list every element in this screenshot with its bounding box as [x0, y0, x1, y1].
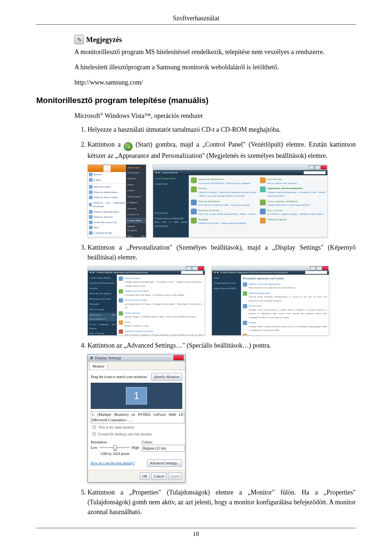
link[interactable]: Mouse Pointers: [249, 334, 327, 336]
start-item[interactable]: Welcome Center: [94, 185, 111, 189]
maximize-button[interactable]: [192, 266, 198, 270]
cp-category[interactable]: Clock, Language, and Region: [267, 200, 310, 204]
start-right-item[interactable]: Help and Support: [126, 233, 146, 238]
start-control-panel[interactable]: Control Panel: [126, 218, 146, 224]
link[interactable]: Window Color and Appearance: [249, 282, 296, 286]
sub-text[interactable]: Add gadgets to Sidebar · Choose whether …: [124, 333, 203, 336]
sub-text[interactable]: Customize the Start menu · Customize ico…: [124, 293, 184, 297]
start-right-item[interactable]: Recent Items: [126, 194, 146, 200]
cp-category[interactable]: Network and Internet: [198, 200, 249, 204]
close-button[interactable]: [321, 165, 327, 169]
start-item[interactable]: Command Prompt: [94, 231, 113, 235]
nav-link-active[interactable]: Appearance and Personalization: [89, 313, 115, 320]
cp-sublinks[interactable]: Add or remove user accounts: [267, 181, 297, 185]
start-right-item[interactable]: Pictures: [126, 176, 146, 182]
colors-select[interactable]: Highest (32 bit): [142, 445, 184, 452]
display-device-select[interactable]: 1. (Multiple Monitors) on NVIDIA GeForce…: [91, 411, 184, 423]
nav-link[interactable]: Hardware and Sound: [89, 297, 115, 301]
cp-category[interactable]: System and Maintenance: [198, 177, 250, 181]
nav-link[interactable]: Clock, Language, and Region: [89, 323, 115, 330]
start-item[interactable]: Windows Meeting Space: [94, 210, 119, 214]
cp-sublinks[interactable]: Uninstall a program · Change startup pro…: [198, 221, 246, 225]
monitor-arrangement[interactable]: 1: [91, 383, 182, 409]
start-right-item[interactable]: Games: [126, 188, 146, 194]
close-button[interactable]: [173, 355, 184, 360]
sub-text[interactable]: Change desktop background · Customize co…: [124, 280, 203, 288]
start-item[interactable]: Adobe Photoshop CS3: [94, 221, 117, 225]
advanced-settings-button[interactable]: Advanced Settings...: [147, 459, 182, 467]
link[interactable]: Windows Sidebar Properties: [124, 329, 203, 333]
nav-link[interactable]: Security: [89, 287, 115, 291]
link[interactable]: Fonts: [124, 320, 148, 324]
nav-link[interactable]: System and Maintenance: [89, 281, 115, 285]
minimize-button[interactable]: [186, 266, 192, 270]
cp-category[interactable]: User Accounts: [267, 177, 297, 181]
link[interactable]: Ease of Access Center: [124, 298, 203, 302]
sub-text[interactable]: Specify single- or double-click to open …: [124, 315, 196, 319]
cp-home-link[interactable]: Control Panel Home: [155, 177, 187, 181]
cancel-button[interactable]: Cancel: [151, 472, 167, 480]
cp-category[interactable]: Security: [198, 186, 256, 190]
help-link[interactable]: How do I get the best display?: [91, 460, 135, 466]
cp-home-link[interactable]: Control Panel Home: [89, 276, 115, 280]
cp-category[interactable]: Additional Options: [267, 218, 287, 222]
start-item[interactable]: Windows Live Messenger Download: [93, 201, 125, 209]
start-item[interactable]: Windows Media Player: [94, 190, 118, 194]
start-item[interactable]: Internet: [94, 173, 102, 177]
nav-link[interactable]: User Accounts: [89, 308, 115, 312]
link[interactable]: Sounds: [249, 321, 327, 325]
minimize-button[interactable]: [309, 165, 314, 169]
start-item[interactable]: Run...: [94, 226, 100, 230]
link[interactable]: Screen Saver: [249, 304, 327, 308]
monitor-1-icon[interactable]: 1: [126, 387, 147, 405]
sub-text[interactable]: Install or remove a font: [124, 324, 148, 328]
cp-sublinks[interactable]: Change desktop background · Customize co…: [267, 190, 325, 198]
tab-monitor[interactable]: Monitor: [89, 362, 108, 370]
cp-category-appearance[interactable]: Appearance and Personalization: [267, 186, 325, 190]
start-item[interactable]: Windows Explorer: [94, 215, 113, 219]
task-link[interactable]: Adjust font size (DPI): [213, 287, 240, 291]
cp-sublinks[interactable]: Play CDs or other media automatically · …: [198, 212, 256, 216]
nav-link[interactable]: Network and Internet: [89, 292, 115, 296]
classic-view-link[interactable]: Classic View: [155, 182, 187, 186]
start-item[interactable]: Windows Photo Gallery: [94, 196, 118, 200]
nav-link[interactable]: Ease of Access: [89, 332, 115, 336]
start-right-item[interactable]: Computer: [126, 200, 146, 206]
maximize-button[interactable]: [316, 266, 322, 270]
recent-task[interactable]: Change desktop background: [155, 217, 187, 221]
cp-category[interactable]: Ease of Access: [267, 209, 323, 213]
breadcrumb[interactable]: Control Panel ▸: [162, 171, 178, 175]
close-button[interactable]: [198, 266, 204, 270]
ok-button[interactable]: OK: [140, 472, 150, 480]
task-link[interactable]: Change desktop icons: [213, 281, 240, 285]
cp-sublinks[interactable]: Let Windows suggest settings · Optimize …: [267, 212, 323, 216]
start-right-item[interactable]: Documents: [126, 170, 146, 176]
sub-text[interactable]: Accommodate low vision · Change screen r…: [124, 302, 203, 310]
cp-sublinks[interactable]: View network status and tasks · Set up f…: [198, 203, 249, 207]
maximize-button[interactable]: [315, 165, 320, 169]
breadcrumb[interactable]: Control Panel ▸ Appearance and Personali…: [97, 271, 148, 275]
cp-category[interactable]: Programs: [198, 218, 246, 222]
cp-sublinks[interactable]: Check for updates · Check this computer'…: [198, 190, 256, 198]
cp-sublinks[interactable]: Get started with Windows · Back up your …: [198, 181, 250, 185]
resolution-slider[interactable]: [99, 447, 130, 448]
search-input[interactable]: [303, 171, 326, 175]
breadcrumb[interactable]: Control Panel ▸ Appearance and Personali…: [221, 271, 289, 275]
link[interactable]: Desktop Background: [249, 291, 327, 295]
search-input[interactable]: [305, 271, 327, 274]
start-right-item[interactable]: Connect To: [126, 212, 146, 218]
search-input[interactable]: [181, 271, 203, 274]
personalization-link[interactable]: Personalization: [124, 276, 203, 280]
cp-sublinks[interactable]: Change keyboards or other input methods: [267, 203, 310, 207]
start-right-item[interactable]: Default Programs: [126, 223, 146, 233]
nav-link[interactable]: Programs: [89, 302, 115, 306]
cp-category[interactable]: Hardware and Sound: [198, 209, 256, 213]
link[interactable]: Taskbar and Start Menu: [124, 289, 184, 293]
start-right-item[interactable]: Network: [126, 206, 146, 212]
start-item[interactable]: E-mail: [94, 178, 101, 182]
recent-task[interactable]: Play CDs or other media automatically: [155, 220, 187, 228]
close-button[interactable]: [322, 266, 328, 270]
link[interactable]: Folder Options: [124, 311, 196, 315]
identify-monitors-button[interactable]: Identify Monitors: [151, 373, 182, 381]
minimize-button[interactable]: [310, 266, 316, 270]
